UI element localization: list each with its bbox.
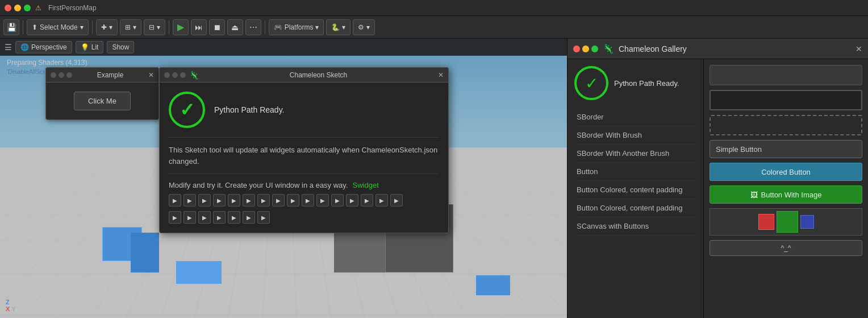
maximize-button[interactable] — [24, 5, 31, 11]
main-area: ☰ 🌐 Perspective 💡 Lit Show Preparing Sha… — [0, 39, 868, 318]
arrow-btn-16[interactable]: ▶ — [390, 194, 403, 207]
close-button[interactable] — [5, 5, 11, 11]
settings-dropdown-icon: ▾ — [366, 23, 370, 31]
arrow-btn-18[interactable]: ▶ — [183, 211, 196, 224]
more-button[interactable]: ⋯ — [245, 19, 261, 35]
play-button[interactable]: ▶ — [173, 19, 189, 35]
hat-button[interactable]: ^_^ — [710, 240, 862, 256]
arrow-btn-17[interactable]: ▶ — [169, 211, 181, 224]
sborder-preview — [710, 65, 862, 85]
example-close-btn[interactable] — [51, 72, 56, 78]
simple-button-preview[interactable]: Simple Button — [710, 140, 862, 158]
python-icon: 🐍 — [331, 23, 340, 31]
example-window-title: Example — [76, 71, 145, 79]
sketch-max-btn[interactable] — [180, 72, 186, 78]
show-label: Show — [112, 43, 129, 51]
arrow-btn-1[interactable]: ▶ — [169, 194, 181, 207]
canvas-red-btn[interactable] — [758, 214, 774, 230]
gallery-item-button-colored-2[interactable]: Button Colored, content padding — [574, 199, 696, 217]
example-max-btn[interactable] — [66, 72, 72, 78]
gallery-item-sborder-brush[interactable]: SBorder With Brush — [574, 126, 696, 144]
gallery-checkmark-icon: ✓ — [585, 74, 598, 93]
arrow-btn-13[interactable]: ▶ — [346, 194, 358, 207]
arrow-btn-6[interactable]: ▶ — [243, 194, 255, 207]
arrow-btn-7[interactable]: ▶ — [257, 194, 270, 207]
colored-button-preview[interactable]: Colored Button — [710, 163, 862, 181]
gallery-traffic-lights — [573, 46, 598, 52]
arrow-btn-4[interactable]: ▶ — [213, 194, 226, 207]
arrow-btn-12[interactable]: ▶ — [331, 194, 344, 207]
hamburger-icon[interactable]: ☰ — [5, 43, 12, 52]
perspective-button[interactable]: 🌐 Perspective — [15, 41, 72, 53]
add-dropdown-icon: ▾ — [109, 23, 112, 31]
sketch-min-btn[interactable] — [172, 72, 178, 78]
gallery-close-btn[interactable] — [573, 46, 580, 52]
shader-status: Preparing Shaders (4,313) — [7, 59, 87, 67]
gallery-close-icon[interactable]: ✕ — [856, 44, 862, 53]
cursor-icon: ⬆ — [32, 23, 37, 31]
platforms-button[interactable]: 🎮 Platforms ▾ — [269, 19, 324, 35]
example-min-btn[interactable] — [59, 72, 64, 78]
example-window-content: Click Me — [46, 82, 158, 119]
minimize-button[interactable] — [14, 5, 21, 11]
arrow-btn-10[interactable]: ▶ — [302, 194, 314, 207]
snap-button[interactable]: ⊟ ▾ — [144, 19, 165, 35]
arrow-btn-11[interactable]: ▶ — [316, 194, 329, 207]
arrows-row-1: ▶ ▶ ▶ ▶ ▶ ▶ ▶ ▶ ▶ ▶ ▶ ▶ ▶ ▶ ▶ ▶ — [169, 194, 439, 207]
gallery-item-sborder[interactable]: SBorder — [574, 108, 696, 126]
arrow-btn-3[interactable]: ▶ — [198, 194, 211, 207]
save-button[interactable]: 💾 — [3, 19, 19, 35]
gallery-success-indicator: ✓ — [574, 66, 608, 100]
perspective-icon: 🌐 — [20, 43, 29, 51]
gallery-item-scanvas[interactable]: SCanvas with Buttons — [574, 217, 696, 236]
gallery-body: ✓ Python Path Ready. SBorder SBorder Wit… — [567, 59, 868, 318]
select-mode-label: Select Mode — [40, 23, 78, 31]
python-button[interactable]: 🐍 ▾ — [326, 19, 350, 35]
arrow-btn-15[interactable]: ▶ — [375, 194, 388, 207]
gallery-previews: Simple Button Colored Button 🖼 Button Wi… — [704, 59, 868, 318]
arrow-btn-22[interactable]: ▶ — [243, 211, 255, 224]
click-me-button[interactable]: Click Me — [74, 92, 131, 110]
arrow-btn-19[interactable]: ▶ — [198, 211, 211, 224]
cube-2 — [131, 233, 159, 272]
show-button[interactable]: Show — [107, 41, 134, 53]
canvas-preview — [710, 208, 862, 236]
sketch-close-btn[interactable] — [164, 72, 170, 78]
cube-3 — [176, 261, 222, 284]
platforms-dropdown-icon: ▾ — [315, 23, 319, 31]
separator-3 — [169, 20, 169, 34]
stop-button[interactable]: ⏹ — [209, 19, 225, 35]
arrow-btn-23[interactable]: ▶ — [257, 211, 270, 224]
add-button[interactable]: ✚ ▾ — [96, 19, 118, 35]
gallery-min-btn[interactable] — [582, 46, 589, 52]
arrow-btn-20[interactable]: ▶ — [213, 211, 226, 224]
gallery-max-btn[interactable] — [591, 46, 598, 52]
example-close-icon[interactable]: ✕ — [148, 71, 154, 79]
arrow-btn-9[interactable]: ▶ — [287, 194, 299, 207]
sketch-close-icon[interactable]: ✕ — [438, 71, 444, 79]
swidget-link[interactable]: Swidget — [353, 181, 379, 189]
grid-dropdown-icon: ▾ — [133, 23, 136, 31]
gallery-item-button[interactable]: Button — [574, 163, 696, 181]
lit-button[interactable]: 💡 Lit — [76, 41, 104, 53]
image-button-preview[interactable]: 🖼 Button With Image — [710, 185, 862, 204]
eject-icon: ⏏ — [231, 23, 239, 32]
arrow-btn-14[interactable]: ▶ — [361, 194, 373, 207]
platforms-icon: 🎮 — [274, 23, 282, 31]
arrow-btn-5[interactable]: ▶ — [228, 194, 240, 207]
grid-button[interactable]: ⊞ ▾ — [120, 19, 141, 35]
gallery-item-button-colored-1[interactable]: Button Colored, content padding — [574, 181, 696, 199]
dropdown-arrow-icon: ▾ — [80, 23, 84, 31]
eject-button[interactable]: ⏏ — [227, 19, 243, 35]
gallery-item-sborder-another[interactable]: SBorder With Another Brush — [574, 144, 696, 163]
settings-button[interactable]: ⚙ ▾ — [353, 19, 375, 35]
arrow-btn-21[interactable]: ▶ — [228, 211, 240, 224]
grid-icon: ⊞ — [125, 23, 131, 31]
canvas-blue-btn[interactable] — [800, 215, 814, 229]
arrow-btn-2[interactable]: ▶ — [183, 194, 196, 207]
select-mode-button[interactable]: ⬆ Select Mode ▾ — [27, 19, 89, 35]
step-button[interactable]: ⏭ — [191, 19, 207, 35]
arrow-btn-8[interactable]: ▶ — [272, 194, 285, 207]
cube-4 — [476, 275, 510, 295]
canvas-green-btn[interactable] — [777, 211, 798, 233]
